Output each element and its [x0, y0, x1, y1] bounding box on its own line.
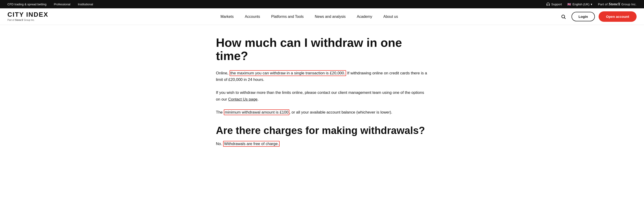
- chevron-down-icon: ▾: [591, 2, 592, 6]
- open-account-button[interactable]: Open account: [598, 11, 636, 22]
- svg-point-0: [562, 15, 565, 18]
- nav-link-news[interactable]: News and analysis: [309, 8, 351, 25]
- search-icon: [561, 14, 566, 19]
- paragraph2-after: .: [258, 97, 259, 102]
- svg-line-1: [564, 18, 566, 19]
- top-bar-right: Support 🇬🇧 English (UK) ▾ Part of StoneX…: [546, 2, 636, 6]
- paragraph4-before: No.: [216, 142, 223, 146]
- main-content: How much can I withdraw in one time? Onl…: [208, 25, 436, 168]
- contact-us-link[interactable]: Contact Us page: [228, 97, 258, 102]
- paragraph1-before: Online,: [216, 71, 230, 75]
- paragraph-3: The minimum withdrawal amount is £100, o…: [216, 109, 428, 116]
- paragraph-2: If you wish to withdraw more than the li…: [216, 90, 428, 102]
- language-selector[interactable]: 🇬🇧 English (UK) ▾: [567, 2, 592, 6]
- top-bar-link-professional[interactable]: Professional: [54, 2, 70, 6]
- main-nav: CITY INDEX Part of StoneX Group Inc. Mar…: [0, 8, 644, 25]
- highlight-free-charge: Withdrawals are free of charge.: [223, 141, 280, 147]
- highlight-max-withdrawal: the maximum you can withdraw in a single…: [230, 70, 346, 76]
- nav-links: Markets Accounts Platforms and Tools New…: [60, 8, 559, 25]
- nav-actions: Login Open account: [559, 11, 636, 22]
- paragraph3-after: , or all your available account balance …: [289, 110, 392, 114]
- nav-link-markets[interactable]: Markets: [215, 8, 239, 25]
- logo-subtitle: Part of StoneX Group Inc.: [8, 18, 48, 22]
- nav-link-about[interactable]: About us: [378, 8, 404, 25]
- top-bar: CFD trading & spread betting Professiona…: [0, 0, 644, 8]
- top-bar-link-cfd[interactable]: CFD trading & spread betting: [8, 2, 46, 6]
- brand-text: Part of StoneX Group Inc.: [598, 2, 636, 6]
- page-title: How much can I withdraw in one time?: [216, 36, 428, 62]
- paragraph3-before: The: [216, 110, 224, 114]
- paragraph-1: Online, the maximum you can withdraw in …: [216, 70, 428, 83]
- highlight-min-withdrawal: minimum withdrawal amount is £100: [224, 110, 289, 115]
- section2-title: Are there charges for making withdrawals…: [216, 125, 428, 136]
- search-button[interactable]: [559, 12, 568, 21]
- paragraph-4: No. Withdrawals are free of charge.: [216, 141, 428, 147]
- nav-link-accounts[interactable]: Accounts: [239, 8, 266, 25]
- nav-link-platforms[interactable]: Platforms and Tools: [266, 8, 309, 25]
- top-bar-left: CFD trading & spread betting Professiona…: [8, 2, 93, 6]
- login-button[interactable]: Login: [572, 12, 595, 21]
- logo-city-index: CITY INDEX: [8, 11, 48, 18]
- nav-link-academy[interactable]: Academy: [351, 8, 378, 25]
- logo[interactable]: CITY INDEX Part of StoneX Group Inc.: [8, 11, 48, 22]
- flag-icon: 🇬🇧: [567, 2, 571, 6]
- top-bar-link-institutional[interactable]: Institutional: [78, 2, 93, 6]
- headset-icon: [546, 2, 550, 6]
- support-link[interactable]: Support: [546, 2, 562, 6]
